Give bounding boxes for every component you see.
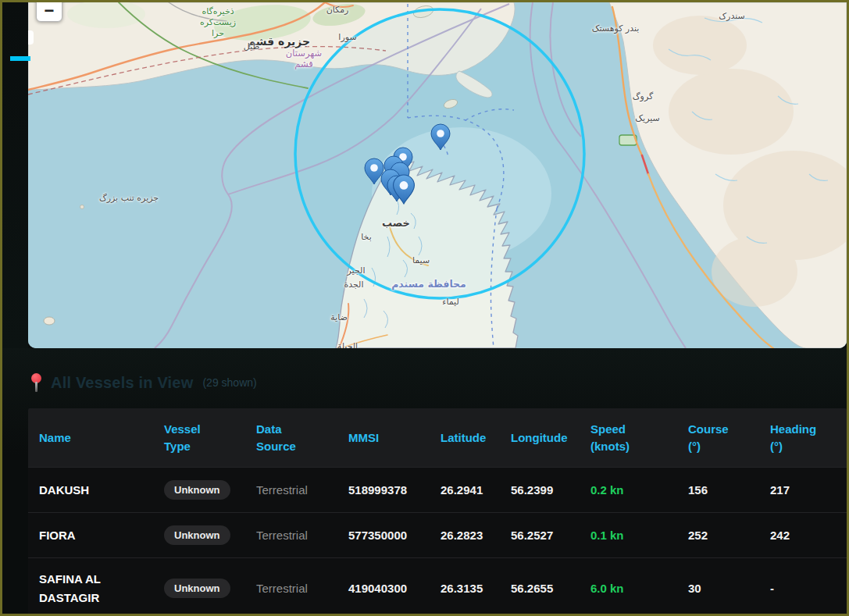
screen: ذخیره‌گاه زیست‌کره حرارمکانسوراجزیره قشم…	[0, 0, 849, 616]
column-header-6: Speed (knots)	[590, 421, 688, 455]
panel-title: All Vessels in View	[51, 374, 193, 392]
vessel-type-badge: Unknown	[164, 579, 230, 598]
cell-vessel_type: Unknown	[164, 480, 256, 500]
cell-latitude: 26.2823	[441, 529, 511, 542]
range-circle	[295, 9, 584, 298]
cell-course: 156	[688, 483, 770, 497]
column-header-7: Course (°)	[688, 421, 770, 455]
cell-mmsi: 577350000	[348, 529, 441, 542]
column-header-8: Heading (°)	[770, 421, 835, 455]
vessels-table: NameVessel TypeData SourceMMSILatitudeLo…	[28, 408, 847, 616]
vessels-section: All Vessels in View (29 shown) NameVesse…	[2, 348, 847, 614]
cell-speed: 0.1 kn	[590, 529, 688, 542]
cell-name: SAFINA AL DASTAGIR	[28, 570, 164, 607]
cell-course: 30	[688, 582, 770, 595]
cell-data_source: Terrestrial	[256, 483, 348, 497]
cell-data_source: Terrestrial	[256, 529, 348, 542]
cell-course: 252	[688, 529, 770, 542]
cell-data_source: Terrestrial	[256, 582, 348, 595]
cell-name: DAKUSH	[28, 481, 164, 499]
table-body: DAKUSHUnknownTerrestrial51899937826.2941…	[28, 467, 847, 616]
vessel-row[interactable]: SAFINA AL DASTAGIRUnknownTerrestrial4190…	[28, 557, 847, 616]
red-map-pin-icon	[30, 372, 41, 393]
column-header-4: Latitude	[441, 429, 511, 447]
cell-mmsi: 419040300	[348, 582, 441, 595]
column-header-3: MMSI	[348, 429, 441, 447]
cell-speed: 0.2 kn	[590, 483, 688, 497]
cell-longitude: 56.2399	[511, 483, 590, 497]
map-panel[interactable]: ذخیره‌گاه زیست‌کره حرارمکانسوراجزیره قشم…	[28, 2, 847, 348]
cell-latitude: 26.2941	[441, 483, 511, 497]
column-header-2: Data Source	[256, 421, 348, 455]
table-header-row: NameVessel TypeData SourceMMSILatitudeLo…	[28, 408, 847, 467]
cell-heading: 242	[770, 529, 835, 542]
map-canvas	[28, 2, 847, 348]
vessel-row[interactable]: FIORAUnknownTerrestrial57735000026.28235…	[28, 512, 847, 557]
cell-name: FIORA	[28, 526, 164, 544]
cell-latitude: 26.3135	[441, 582, 511, 595]
column-header-5: Longitude	[511, 429, 590, 447]
column-header-1: Vessel Type	[164, 421, 256, 455]
cell-speed: 6.0 kn	[590, 582, 688, 595]
cell-vessel_type: Unknown	[164, 525, 256, 545]
vessel-row[interactable]: DAKUSHUnknownTerrestrial51899937826.2941…	[28, 467, 847, 512]
cell-longitude: 56.2527	[511, 529, 590, 542]
cell-longitude: 56.2655	[511, 582, 590, 595]
vessel-type-badge: Unknown	[164, 480, 230, 500]
cell-heading: 217	[770, 483, 835, 497]
column-header-0: Name	[28, 429, 164, 447]
map-control-fragment	[28, 30, 34, 45]
panel-header: All Vessels in View (29 shown)	[30, 370, 257, 395]
active-tab-underline	[10, 56, 30, 61]
left-app-strip	[2, 2, 28, 348]
cell-vessel_type: Unknown	[164, 579, 256, 598]
zoom-out-button[interactable]: −	[36, 2, 62, 22]
cell-heading: -	[770, 582, 835, 595]
cell-mmsi: 518999378	[348, 483, 441, 497]
panel-count: (29 shown)	[202, 376, 256, 389]
vessel-type-badge: Unknown	[164, 525, 230, 545]
